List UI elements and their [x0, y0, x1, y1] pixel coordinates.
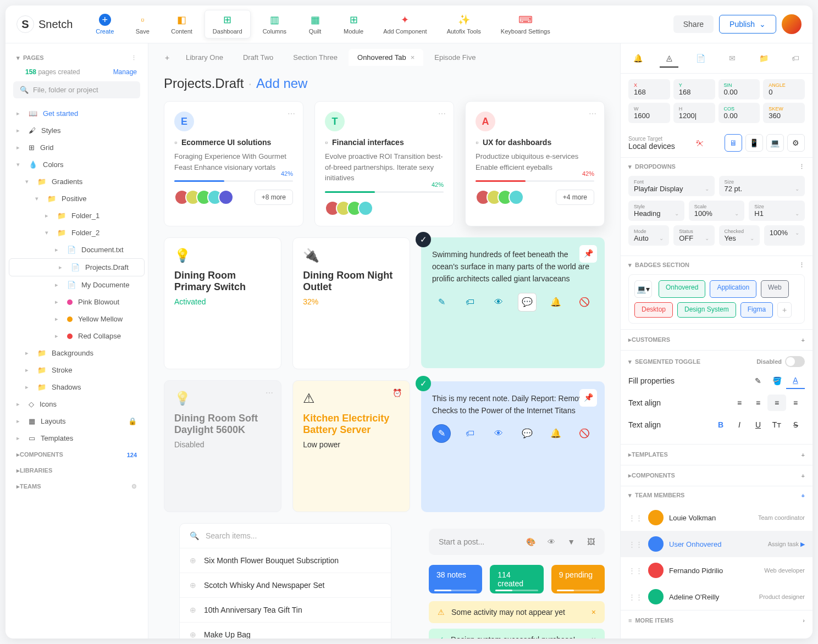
templates-section[interactable]: ▸TEMPLATES+	[621, 444, 813, 465]
switch-card[interactable]: 💡Dining Room Primary SwitchActivated	[164, 237, 281, 369]
publish-button[interactable]: Publish⌄	[719, 15, 776, 34]
post-input[interactable]: Start a post... 🎨 👁 ▼ 🖼	[429, 529, 605, 555]
stat-badge[interactable]: 38 notes	[429, 565, 482, 593]
nav-styles[interactable]: ▸🖌Styles	[5, 122, 148, 139]
nav-red-collapse[interactable]: ▸Red Collapse	[5, 327, 148, 345]
align-left[interactable]: ≡	[730, 395, 749, 411]
nav-templates[interactable]: ▸▭Templates	[5, 430, 148, 447]
nav-colors[interactable]: ▾💧Colors	[5, 156, 148, 173]
nav-positive[interactable]: ▾📁Positive	[5, 190, 148, 207]
quilt-tool[interactable]: ▦Quilt	[299, 10, 331, 38]
card-menu-icon[interactable]: ⋯	[589, 109, 596, 118]
edit-icon[interactable]: ✎	[432, 293, 451, 312]
hide-icon[interactable]: 🚫	[575, 424, 594, 443]
add-badge-button[interactable]: +	[777, 302, 792, 318]
prop-mode[interactable]: ModeAuto⌄	[628, 225, 669, 246]
drag-icon[interactable]: ⋮⋮	[628, 593, 643, 601]
eye-icon[interactable]: 👁	[548, 537, 555, 546]
device-filter[interactable]: 💻▾	[634, 280, 652, 298]
drag-icon[interactable]: ⋮⋮	[628, 567, 643, 575]
prop-size[interactable]: SizeH1⌄	[749, 201, 805, 221]
plus-icon[interactable]: +	[802, 452, 805, 458]
settings-device[interactable]: ⚙	[787, 134, 805, 152]
drag-icon[interactable]: ⋮⋮	[628, 514, 643, 522]
prop-size[interactable]: Size72 pt.⌄	[719, 176, 805, 196]
add-component-tool[interactable]: ✦Add Component	[375, 10, 435, 38]
prop-status[interactable]: StatusOFF⌄	[673, 225, 714, 246]
bell-icon[interactable]: 🔔	[546, 424, 565, 443]
more-icon[interactable]: ⋮	[131, 54, 137, 62]
project-card[interactable]: ⋯T▫Financial interfacesEvolve proactive …	[314, 101, 454, 226]
nav-folder-2[interactable]: ▾📁Folder_2	[5, 224, 148, 241]
nav-backgrounds[interactable]: ▸📁Backgrounds	[5, 345, 148, 362]
customers-section[interactable]: ▸CUSTOMERS+	[621, 329, 813, 350]
nav-projects-draft[interactable]: ▸📄Projects.Draft	[9, 258, 145, 276]
content-tool[interactable]: ◧Content	[163, 10, 200, 38]
stat-badge[interactable]: 114 created	[490, 565, 543, 593]
nav-gradients[interactable]: ▾📁Gradients	[5, 173, 148, 190]
mobile-device[interactable]: 📱	[745, 134, 763, 152]
bucket-fill[interactable]: 🪣	[767, 373, 786, 389]
tag-icon[interactable]: 🏷	[461, 424, 479, 443]
close-icon[interactable]: ×	[592, 635, 596, 639]
add-icon[interactable]: ⊕	[190, 556, 196, 565]
project-card[interactable]: ⋯A▫UX for dashboardsProductize ubiquitou…	[465, 101, 605, 226]
team-member[interactable]: ⋮⋮Louie VolkmanTeam coordinator	[621, 504, 813, 531]
note-card[interactable]: ✓📌This is my recent note. Daily Report: …	[421, 381, 605, 512]
prop-style[interactable]: StyleHeading⌄	[628, 201, 684, 221]
align-justify[interactable]: ≡	[786, 395, 805, 411]
team-member[interactable]: ⋮⋮User OnhoveredAssign task ▶	[621, 531, 813, 557]
tag-icon[interactable]: 🏷	[461, 293, 479, 312]
add-icon[interactable]: ⊕	[190, 581, 196, 590]
switch-card[interactable]: ⋯💡Dining Room Soft Daylight 5600KDisable…	[164, 380, 281, 512]
prop-checked[interactable]: CheckedYes⌄	[719, 225, 760, 246]
alarm-icon[interactable]: ⏰	[393, 388, 402, 397]
list-item[interactable]: ⊕Make Up Bag	[180, 622, 391, 639]
coord-sin[interactable]: SIN0.00	[718, 79, 760, 99]
eye-icon[interactable]: 👁	[489, 293, 508, 312]
more-button[interactable]: +8 more	[255, 190, 293, 205]
prop-font[interactable]: FontPlayfair Display⌄	[628, 176, 715, 196]
tab-section-three[interactable]: Section Three	[284, 49, 346, 66]
bell-tab[interactable]: 🔔	[628, 49, 647, 68]
coord-angle[interactable]: ANGLE0	[763, 79, 805, 99]
file-tab[interactable]: 📄	[692, 49, 710, 68]
nav-get-started[interactable]: ▸📖Get started	[5, 105, 148, 122]
pin-button[interactable]: 📌	[579, 245, 597, 263]
add-tab-button[interactable]: +	[159, 50, 175, 65]
badge-design-system[interactable]: Design System	[677, 302, 736, 318]
badge-application[interactable]: Application	[710, 280, 756, 298]
add-icon[interactable]: ⊕	[190, 630, 196, 639]
mail-tab[interactable]: ✉	[723, 49, 742, 68]
add-new-link[interactable]: Add new	[256, 76, 307, 91]
nav-yellow-mellow[interactable]: ▸Yellow Mellow	[5, 310, 148, 327]
tab-onhovered-tab[interactable]: Onhovered Tab×	[349, 49, 423, 66]
badge-desktop[interactable]: Desktop	[634, 302, 673, 318]
sidebar-search[interactable]: 🔍File, folder or project	[13, 81, 140, 98]
tag-tab[interactable]: 🏷	[786, 49, 805, 68]
stat-badge[interactable]: 9 pending	[551, 565, 605, 593]
search-items-input[interactable]: 🔍Search items...	[180, 524, 391, 548]
coord-skew[interactable]: SKEW360	[763, 103, 805, 123]
text-size[interactable]: Tᴛ	[767, 417, 786, 433]
prop-[interactable]: 100%⌄	[764, 225, 805, 246]
pin-button[interactable]: 📌	[579, 389, 597, 407]
card-menu-icon[interactable]: ⋯	[438, 109, 446, 118]
badge-web[interactable]: Web	[761, 280, 788, 298]
save-tool[interactable]: ▫Save	[126, 10, 159, 38]
more-icon[interactable]: ⋮	[799, 163, 805, 170]
plus-icon[interactable]: +	[802, 337, 805, 343]
desktop-device[interactable]: 🖥	[725, 134, 742, 152]
gear-icon[interactable]: ⚙	[131, 483, 137, 490]
team-member[interactable]: ⋮⋮Fernando PidrilioWeb developer	[621, 557, 813, 584]
coord-cos[interactable]: COS0.00	[718, 103, 760, 123]
switch-card[interactable]: ⏰⚠Kitchen Electricity Battery ServerLow …	[292, 380, 410, 512]
more-items-section[interactable]: ≡MORE ITEMS›	[621, 610, 813, 630]
italic[interactable]: I	[730, 417, 749, 433]
underline[interactable]: U	[749, 417, 767, 433]
bell-icon[interactable]: 🔔	[546, 293, 565, 312]
user-avatar[interactable]	[782, 14, 802, 34]
note-card[interactable]: ✓📌Swimming hundreds of feet beneath the …	[421, 237, 605, 368]
autofix-tool[interactable]: ✨Autofix Tools	[439, 10, 489, 38]
nav-pink-blowout[interactable]: ▸Pink Blowout	[5, 293, 148, 310]
